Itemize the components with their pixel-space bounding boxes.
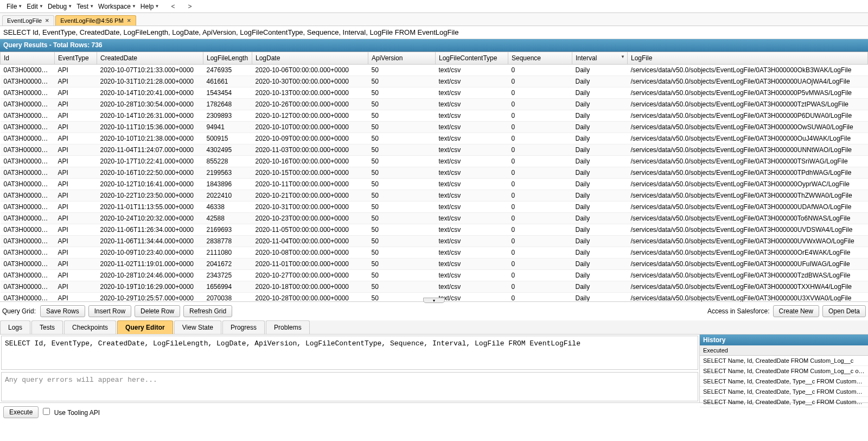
tooling-api-checkbox[interactable]	[43, 408, 50, 415]
cell-eventtype[interactable]: API	[55, 65, 97, 76]
cell-logfilecontenttype[interactable]: text/csv	[436, 259, 508, 270]
cell-logfile[interactable]: /services/data/v50.0/sobjects/EventLogFi…	[628, 144, 868, 156]
cell-createddate[interactable]: 2020-10-10T10:21:38.000+0000	[97, 133, 203, 144]
cell-logfile[interactable]: /services/data/v50.0/sobjects/EventLogFi…	[628, 281, 868, 293]
cell-logfilecontenttype[interactable]: text/csv	[436, 76, 508, 87]
cell-logdate[interactable]: 2020-10-23T00:00:00.000+0000	[252, 213, 368, 224]
menu-help[interactable]: Help▼	[138, 2, 162, 11]
bottom-tab-view-state[interactable]: View State	[174, 320, 221, 334]
history-item[interactable]: SELECT Name, Id, CreatedDate, Type__c FR…	[700, 376, 868, 387]
cell-sequence[interactable]: 0	[508, 76, 572, 87]
cell-createddate[interactable]: 2020-10-28T10:24:46.000+0000	[97, 270, 203, 281]
cell-createddate[interactable]: 2020-10-31T10:21:28.000+0000	[97, 76, 203, 87]
cell-id[interactable]: 0AT3H000000UV...	[1, 236, 55, 247]
cell-logfilelength[interactable]: 94941	[203, 122, 252, 133]
cell-logfilelength[interactable]: 2169693	[203, 224, 252, 236]
cell-sequence[interactable]: 0	[508, 156, 572, 167]
cell-logdate[interactable]: 2020-10-10T00:00:00.000+0000	[252, 122, 368, 133]
cell-eventtype[interactable]: API	[55, 156, 97, 167]
cell-sequence[interactable]: 0	[508, 293, 572, 302]
cell-logdate[interactable]: 2020-10-27T00:00:00.000+0000	[252, 270, 368, 281]
table-row[interactable]: 0AT3H000000UV...API2020-11-06T11:34:44.0…	[1, 236, 868, 247]
cell-logfile[interactable]: /services/data/v50.0/sobjects/EventLogFi…	[628, 122, 868, 133]
history-item[interactable]: SELECT Name, Id, CreatedDate FROM Custom…	[700, 366, 868, 376]
table-row[interactable]: 0AT3H000000Ok...API2020-10-07T10:21:33.0…	[1, 65, 868, 76]
table-row[interactable]: 0AT3H000000TX...API2020-10-19T10:16:29.0…	[1, 281, 868, 293]
cell-logfilecontenttype[interactable]: text/csv	[436, 224, 508, 236]
cell-apiversion[interactable]: 50	[368, 179, 436, 190]
bottom-tab-progress[interactable]: Progress	[222, 320, 265, 334]
cell-logfilelength[interactable]: 855228	[203, 156, 252, 167]
cell-apiversion[interactable]: 50	[368, 133, 436, 144]
cell-apiversion[interactable]: 50	[368, 224, 436, 236]
menu-debug[interactable]: Debug▼	[46, 2, 74, 11]
cell-apiversion[interactable]: 50	[368, 99, 436, 110]
column-header[interactable]: LogFileContentType	[436, 52, 508, 65]
cell-sequence[interactable]: 0	[508, 281, 572, 293]
cell-logdate[interactable]: 2020-11-04T00:00:00.000+0000	[252, 236, 368, 247]
cell-apiversion[interactable]: 50	[368, 156, 436, 167]
save-rows-button[interactable]: Save Rows	[40, 305, 85, 317]
cell-logdate[interactable]: 2020-10-09T00:00:00.000+0000	[252, 133, 368, 144]
cell-logfilecontenttype[interactable]: text/csv	[436, 122, 508, 133]
cell-sequence[interactable]: 0	[508, 201, 572, 213]
history-item[interactable]: SELECT Name, Id, CreatedDate, Type__c FR…	[700, 397, 868, 407]
cell-interval[interactable]: Daily	[572, 144, 628, 156]
cell-sequence[interactable]: 0	[508, 122, 572, 133]
cell-apiversion[interactable]: 50	[368, 236, 436, 247]
cell-id[interactable]: 0AT3H000000UA...	[1, 76, 55, 87]
table-row[interactable]: 0AT3H000000Th...API2020-10-22T10:23:50.0…	[1, 190, 868, 201]
cell-id[interactable]: 0AT3H000000Ou...	[1, 133, 55, 144]
table-row[interactable]: 0AT3H000000UA...API2020-10-31T10:21:28.0…	[1, 76, 868, 87]
cell-createddate[interactable]: 2020-10-17T10:22:41.000+0000	[97, 156, 203, 167]
cell-sequence[interactable]: 0	[508, 270, 572, 281]
menu-edit[interactable]: Edit▼	[24, 2, 46, 11]
column-header[interactable]: LogDate	[252, 52, 368, 65]
delete-row-button[interactable]: Delete Row	[135, 305, 180, 317]
cell-logfilecontenttype[interactable]: text/csv	[436, 281, 508, 293]
cell-logfile[interactable]: /services/data/v50.0/sobjects/EventLogFi…	[628, 133, 868, 144]
cell-sequence[interactable]: 0	[508, 99, 572, 110]
tooling-api-label[interactable]: Use Tooling API	[43, 408, 100, 417]
cell-logfilecontenttype[interactable]: text/csv	[436, 270, 508, 281]
cell-interval[interactable]: Daily	[572, 247, 628, 259]
cell-logfilecontenttype[interactable]: text/csv	[436, 65, 508, 76]
cell-logfile[interactable]: /services/data/v50.0/sobjects/EventLogFi…	[628, 76, 868, 87]
cell-interval[interactable]: Daily	[572, 76, 628, 87]
cell-createddate[interactable]: 2020-10-29T10:25:57.000+0000	[97, 293, 203, 302]
cell-apiversion[interactable]: 50	[368, 190, 436, 201]
cell-createddate[interactable]: 2020-11-01T11:13:55.000+0000	[97, 201, 203, 213]
cell-eventtype[interactable]: API	[55, 179, 97, 190]
cell-id[interactable]: 0AT3H000000TP...	[1, 167, 55, 179]
cell-createddate[interactable]: 2020-10-11T10:15:36.000+0000	[97, 122, 203, 133]
cell-logfilelength[interactable]: 461661	[203, 76, 252, 87]
cell-logfile[interactable]: /services/data/v50.0/sobjects/EventLogFi…	[628, 201, 868, 213]
cell-logfilelength[interactable]: 2309893	[203, 110, 252, 122]
cell-sequence[interactable]: 0	[508, 247, 572, 259]
cell-eventtype[interactable]: API	[55, 201, 97, 213]
cell-createddate[interactable]: 2020-11-04T11:24:07.000+0000	[97, 144, 203, 156]
cell-interval[interactable]: Daily	[572, 293, 628, 302]
cell-apiversion[interactable]: 50	[368, 122, 436, 133]
table-row[interactable]: 0AT3H000000P6...API2020-10-14T10:26:31.0…	[1, 110, 868, 122]
cell-logfilecontenttype[interactable]: text/csv	[436, 201, 508, 213]
cell-logdate[interactable]: 2020-10-13T00:00:00.000+0000	[252, 87, 368, 99]
cell-sequence[interactable]: 0	[508, 224, 572, 236]
cell-createddate[interactable]: 2020-10-24T10:20:32.000+0000	[97, 213, 203, 224]
cell-id[interactable]: 0AT3H000000To6...	[1, 213, 55, 224]
cell-id[interactable]: 0AT3H000000U3...	[1, 293, 55, 302]
cell-logfilecontenttype[interactable]: text/csv	[436, 179, 508, 190]
cell-id[interactable]: 0AT3H000000TSr...	[1, 156, 55, 167]
cell-eventtype[interactable]: API	[55, 224, 97, 236]
cell-logfile[interactable]: /services/data/v50.0/sobjects/EventLogFi…	[628, 87, 868, 99]
cell-logdate[interactable]: 2020-10-21T00:00:00.000+0000	[252, 190, 368, 201]
cell-apiversion[interactable]: 50	[368, 213, 436, 224]
bottom-tab-checkpoints[interactable]: Checkpoints	[64, 320, 116, 334]
cell-logfilecontenttype[interactable]: text/csv	[436, 87, 508, 99]
cell-id[interactable]: 0AT3H000000Ow...	[1, 122, 55, 133]
cell-sequence[interactable]: 0	[508, 259, 572, 270]
cell-logfile[interactable]: /services/data/v50.0/sobjects/EventLogFi…	[628, 179, 868, 190]
cell-id[interactable]: 0AT3H000000Th...	[1, 190, 55, 201]
cell-id[interactable]: 0AT3H000000UD...	[1, 201, 55, 213]
insert-row-button[interactable]: Insert Row	[88, 305, 131, 317]
